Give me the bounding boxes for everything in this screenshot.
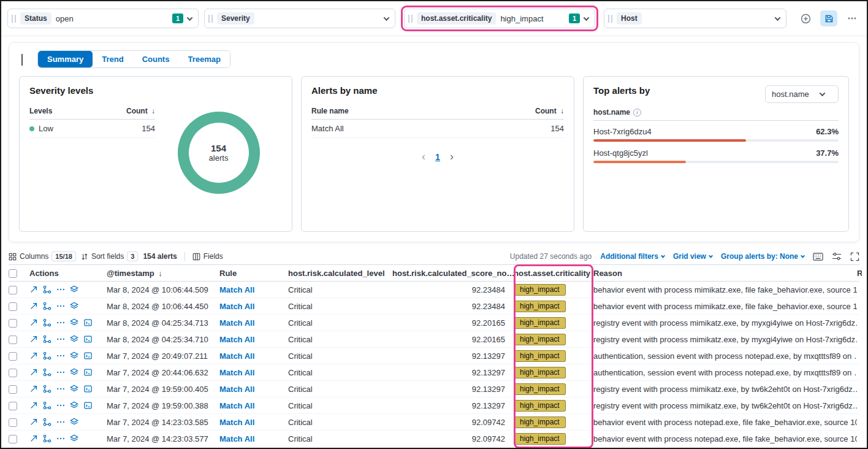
drag-handle-icon[interactable] [208, 15, 213, 23]
grid-view-button[interactable]: Grid view [673, 252, 712, 261]
rule-link[interactable]: Match All [219, 285, 288, 294]
chevron-down-icon[interactable] [584, 15, 590, 21]
layers-icon[interactable] [70, 434, 78, 443]
more-actions-icon[interactable] [56, 318, 65, 327]
rule-link[interactable]: Match All [219, 434, 288, 443]
expand-alert-icon[interactable] [29, 434, 38, 443]
rule-link[interactable]: Match All [219, 401, 288, 410]
row-checkbox[interactable] [9, 385, 17, 394]
more-actions-icon[interactable] [56, 401, 65, 410]
layers-icon[interactable] [70, 302, 78, 310]
prev-page-icon[interactable]: ‹ [422, 150, 425, 163]
more-actions-icon[interactable] [56, 418, 65, 426]
more-actions-icon[interactable] [56, 434, 65, 443]
expand-alert-icon[interactable] [29, 401, 38, 410]
truncated-column-header[interactable]: R [857, 269, 862, 278]
expand-alert-icon[interactable] [29, 351, 38, 360]
tab-summary[interactable]: Summary [38, 51, 93, 67]
analyzer-icon[interactable] [43, 434, 51, 443]
chevron-down-icon[interactable] [775, 15, 781, 21]
layers-icon[interactable] [70, 385, 78, 393]
count-column-header[interactable]: Count ↓ [126, 107, 155, 115]
rule-link[interactable]: Match All [219, 302, 288, 311]
more-actions-icon[interactable] [56, 368, 65, 377]
row-checkbox[interactable] [9, 352, 17, 361]
layers-icon[interactable] [70, 351, 78, 360]
more-icon[interactable] [843, 10, 861, 26]
row-checkbox[interactable] [9, 302, 17, 311]
drag-handle-icon[interactable] [608, 15, 612, 23]
analyzer-icon[interactable] [43, 335, 51, 343]
filter-status[interactable]: Status open 1 [7, 9, 199, 28]
analyzer-icon[interactable] [43, 318, 51, 327]
layers-icon[interactable] [70, 401, 78, 410]
criticality-column-header[interactable]: host.asset.criticality [514, 269, 593, 278]
rule-link[interactable]: Match All [219, 418, 288, 427]
tab-counts[interactable]: Counts [133, 51, 179, 67]
analyzer-icon[interactable] [43, 418, 51, 426]
fields-button[interactable]: Fields [192, 252, 223, 261]
filter-severity[interactable]: Severity [204, 9, 395, 28]
rule-link[interactable]: Match All [219, 385, 288, 394]
expand-alert-icon[interactable] [29, 368, 38, 377]
timestamp-column-header[interactable]: @timestamp ↓ [107, 269, 219, 278]
tab-treemap[interactable]: Treemap [178, 51, 229, 67]
row-checkbox[interactable] [9, 336, 17, 344]
rule-link[interactable]: Match All [219, 351, 288, 361]
expand-alert-icon[interactable] [29, 318, 38, 327]
session-view-icon[interactable] [83, 351, 93, 360]
analyzer-icon[interactable] [43, 368, 51, 377]
select-all-checkbox[interactable] [9, 269, 17, 278]
layers-icon[interactable] [70, 285, 78, 294]
field-select[interactable]: host.name [765, 85, 839, 103]
more-actions-icon[interactable] [56, 285, 65, 294]
expand-alert-icon[interactable] [29, 418, 38, 426]
expand-alert-icon[interactable] [29, 385, 38, 393]
reason-column-header[interactable]: Reason [593, 269, 857, 278]
rule-link[interactable]: Match All [219, 368, 288, 377]
session-view-icon[interactable] [83, 385, 93, 393]
risk-score-column-header[interactable]: host.risk.calculated_score_no… [392, 269, 514, 278]
expand-alert-icon[interactable] [29, 285, 38, 294]
rule-link[interactable]: Match All [219, 335, 288, 344]
more-actions-icon[interactable] [56, 385, 65, 393]
tab-trend[interactable]: Trend [93, 51, 132, 67]
next-page-icon[interactable]: › [450, 150, 454, 163]
session-view-icon[interactable] [83, 318, 93, 327]
row-checkbox[interactable] [9, 369, 17, 377]
columns-button[interactable]: Columns 15/18 [9, 251, 76, 261]
analyzer-icon[interactable] [43, 285, 51, 294]
additional-filters-button[interactable]: Additional filters [600, 252, 664, 261]
row-checkbox[interactable] [9, 286, 17, 294]
row-checkbox[interactable] [9, 402, 17, 410]
rule-link[interactable]: Match All [219, 318, 288, 328]
page-number[interactable]: 1 [435, 152, 440, 162]
layers-icon[interactable] [70, 335, 78, 343]
row-checkbox[interactable] [9, 319, 17, 328]
drag-handle-icon[interactable] [12, 15, 16, 23]
save-icon[interactable] [820, 10, 837, 26]
more-actions-icon[interactable] [56, 302, 65, 310]
analyzer-icon[interactable] [43, 302, 51, 310]
filter-host-asset-criticality[interactable]: host.asset.criticality high_impact 1 [404, 9, 595, 28]
risk-level-column-header[interactable]: host.risk.calculated_level [288, 269, 392, 278]
fullscreen-icon[interactable] [850, 252, 859, 261]
chevron-down-icon[interactable] [384, 15, 390, 21]
layers-icon[interactable] [70, 368, 78, 377]
info-icon[interactable]: i [633, 109, 641, 117]
filter-host[interactable]: Host [604, 9, 786, 28]
chevron-down-icon[interactable] [187, 15, 193, 21]
row-checkbox[interactable] [9, 435, 17, 443]
more-actions-icon[interactable] [56, 335, 65, 343]
collapse-chevron-icon[interactable] [19, 52, 25, 67]
count-column-header[interactable]: Count ↓ [535, 107, 564, 115]
expand-alert-icon[interactable] [29, 335, 38, 343]
rule-column-header[interactable]: Rule [219, 269, 288, 278]
analyzer-icon[interactable] [43, 351, 51, 360]
sort-fields-button[interactable]: Sort fields 3 [81, 251, 138, 261]
analyzer-icon[interactable] [43, 385, 51, 393]
display-options-icon[interactable] [832, 252, 842, 261]
expand-alert-icon[interactable] [29, 302, 38, 310]
group-alerts-button[interactable]: Group alerts by: None [721, 252, 804, 261]
row-checkbox[interactable] [9, 418, 17, 427]
